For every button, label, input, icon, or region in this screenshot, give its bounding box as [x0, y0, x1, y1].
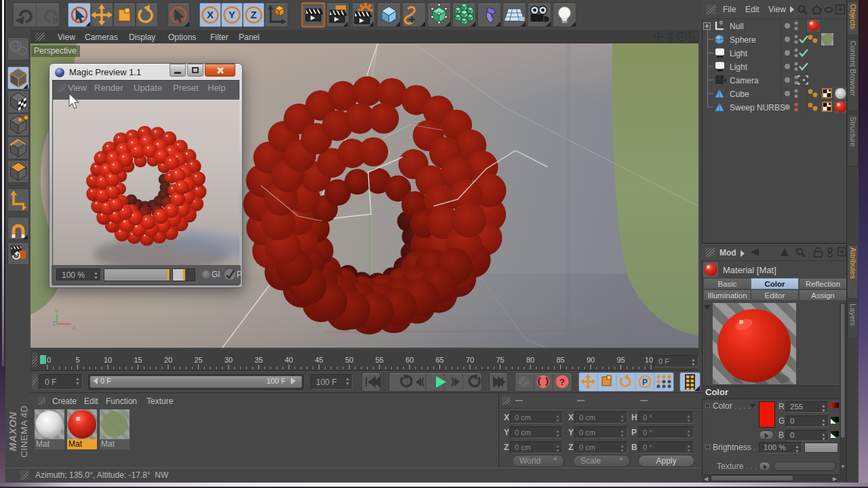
svg-text:Light: Light [730, 62, 748, 72]
svg-text:5: 5 [75, 356, 79, 364]
svg-text:70: 70 [466, 356, 474, 364]
svg-text:x: x [73, 323, 76, 331]
svg-text:95: 95 [616, 356, 625, 364]
svg-text:15: 15 [134, 356, 142, 364]
svg-text:Z: Z [52, 319, 56, 327]
svg-text:55: 55 [375, 356, 383, 364]
svg-text:90: 90 [587, 356, 595, 364]
svg-text:Camera: Camera [730, 76, 759, 85]
svg-text:40: 40 [285, 356, 293, 364]
svg-text:Null: Null [730, 22, 744, 31]
svg-text:85: 85 [556, 356, 564, 364]
svg-text:20: 20 [164, 356, 172, 364]
svg-text:Sphere: Sphere [730, 35, 756, 45]
svg-text:50: 50 [345, 356, 353, 364]
svg-text:Y: Y [54, 307, 59, 314]
svg-text:65: 65 [435, 356, 443, 364]
svg-text:Z: Z [250, 9, 256, 20]
svg-text:75: 75 [496, 356, 504, 364]
svg-text:30: 30 [224, 356, 233, 364]
svg-text:45: 45 [315, 356, 323, 364]
svg-text:P: P [642, 378, 648, 387]
svg-text:X: X [207, 9, 214, 20]
svg-text:?: ? [559, 377, 565, 387]
svg-text:25: 25 [194, 356, 202, 364]
svg-text:60: 60 [406, 356, 414, 364]
svg-text:Y: Y [229, 9, 235, 20]
svg-text:80: 80 [526, 356, 534, 364]
svg-text:0: 0 [47, 356, 51, 364]
svg-text:Cube: Cube [730, 89, 749, 99]
svg-text:0: 0 [719, 20, 723, 26]
svg-text:35: 35 [254, 356, 262, 364]
svg-text:Light: Light [730, 49, 748, 58]
svg-text:Sweep NURBS: Sweep NURBS [730, 103, 785, 113]
svg-text:10: 10 [104, 356, 112, 364]
